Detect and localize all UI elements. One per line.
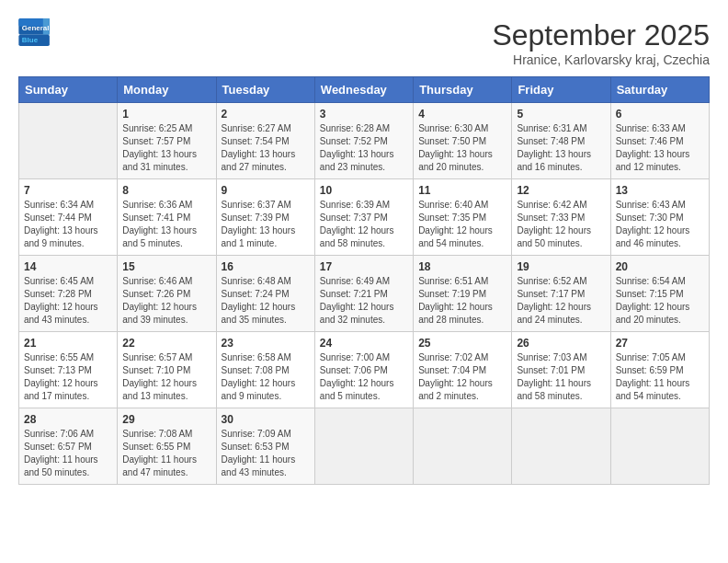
logo: General Blue xyxy=(18,18,51,46)
cell-content: Sunrise: 6:30 AM Sunset: 7:50 PM Dayligh… xyxy=(418,122,506,174)
cell-content: Sunrise: 7:06 AM Sunset: 6:57 PM Dayligh… xyxy=(24,428,112,479)
day-number: 2 xyxy=(222,108,310,121)
cell-content: Sunrise: 6:36 AM Sunset: 7:41 PM Dayligh… xyxy=(122,199,210,250)
day-number: 10 xyxy=(320,184,408,197)
cell-content: Sunrise: 6:27 AM Sunset: 7:54 PM Dayligh… xyxy=(222,122,310,174)
day-number: 11 xyxy=(418,184,506,197)
calendar-cell: 24Sunrise: 7:00 AM Sunset: 7:06 PM Dayli… xyxy=(314,332,413,408)
cell-content: Sunrise: 6:57 AM Sunset: 7:10 PM Dayligh… xyxy=(122,351,210,403)
calendar-cell: 6Sunrise: 6:33 AM Sunset: 7:46 PM Daylig… xyxy=(610,103,709,179)
location: Hranice, Karlovarsky kraj, Czechia xyxy=(492,52,710,67)
calendar-cell: 3Sunrise: 6:28 AM Sunset: 7:52 PM Daylig… xyxy=(314,103,413,179)
day-number: 14 xyxy=(24,260,112,273)
calendar-cell: 11Sunrise: 6:40 AM Sunset: 7:35 PM Dayli… xyxy=(414,179,512,256)
day-number: 4 xyxy=(418,108,506,121)
weekday-header: Monday xyxy=(118,77,216,103)
day-number: 21 xyxy=(24,337,112,350)
day-number: 23 xyxy=(222,337,310,350)
cell-content: Sunrise: 6:45 AM Sunset: 7:28 PM Dayligh… xyxy=(24,275,112,327)
cell-content: Sunrise: 7:00 AM Sunset: 7:06 PM Dayligh… xyxy=(320,351,408,403)
calendar-cell xyxy=(414,408,512,485)
day-number: 16 xyxy=(222,260,310,273)
weekday-header: Tuesday xyxy=(216,77,314,103)
calendar-cell: 18Sunrise: 6:51 AM Sunset: 7:19 PM Dayli… xyxy=(414,256,512,332)
title-block: September 2025 Hranice, Karlovarsky kraj… xyxy=(492,18,710,67)
calendar-cell: 5Sunrise: 6:31 AM Sunset: 7:48 PM Daylig… xyxy=(512,103,610,179)
calendar-week-row: 1Sunrise: 6:25 AM Sunset: 7:57 PM Daylig… xyxy=(19,103,710,179)
calendar-cell: 27Sunrise: 7:05 AM Sunset: 6:59 PM Dayli… xyxy=(610,332,709,408)
day-number: 12 xyxy=(517,184,605,197)
cell-content: Sunrise: 6:34 AM Sunset: 7:44 PM Dayligh… xyxy=(24,199,112,250)
day-number: 26 xyxy=(517,337,605,350)
day-number: 1 xyxy=(122,108,210,121)
cell-content: Sunrise: 7:05 AM Sunset: 6:59 PM Dayligh… xyxy=(616,351,704,403)
day-number: 27 xyxy=(616,337,704,350)
day-number: 9 xyxy=(222,184,310,197)
day-number: 20 xyxy=(616,260,704,273)
day-number: 22 xyxy=(122,337,210,350)
calendar-cell: 12Sunrise: 6:42 AM Sunset: 7:33 PM Dayli… xyxy=(512,179,610,256)
calendar-cell: 29Sunrise: 7:08 AM Sunset: 6:55 PM Dayli… xyxy=(118,408,216,485)
svg-text:Blue: Blue xyxy=(22,36,39,44)
logo-icon: General Blue xyxy=(18,18,51,46)
day-number: 3 xyxy=(320,108,408,121)
calendar-cell: 22Sunrise: 6:57 AM Sunset: 7:10 PM Dayli… xyxy=(118,332,216,408)
calendar-cell xyxy=(19,103,118,179)
cell-content: Sunrise: 6:46 AM Sunset: 7:26 PM Dayligh… xyxy=(122,275,210,327)
weekday-header: Saturday xyxy=(610,77,709,103)
day-number: 25 xyxy=(418,337,506,350)
calendar-cell xyxy=(314,408,413,485)
day-number: 18 xyxy=(418,260,506,273)
weekday-header: Sunday xyxy=(19,77,118,103)
cell-content: Sunrise: 6:42 AM Sunset: 7:33 PM Dayligh… xyxy=(517,199,605,250)
calendar-cell: 19Sunrise: 6:52 AM Sunset: 7:17 PM Dayli… xyxy=(512,256,610,332)
cell-content: Sunrise: 7:08 AM Sunset: 6:55 PM Dayligh… xyxy=(122,428,210,479)
calendar-cell: 13Sunrise: 6:43 AM Sunset: 7:30 PM Dayli… xyxy=(610,179,709,256)
calendar-cell: 26Sunrise: 7:03 AM Sunset: 7:01 PM Dayli… xyxy=(512,332,610,408)
calendar-cell: 21Sunrise: 6:55 AM Sunset: 7:13 PM Dayli… xyxy=(19,332,118,408)
calendar-week-row: 28Sunrise: 7:06 AM Sunset: 6:57 PM Dayli… xyxy=(19,408,710,485)
page-header: General Blue September 2025 Hranice, Kar… xyxy=(18,18,710,67)
cell-content: Sunrise: 6:58 AM Sunset: 7:08 PM Dayligh… xyxy=(222,351,310,403)
calendar-cell: 30Sunrise: 7:09 AM Sunset: 6:53 PM Dayli… xyxy=(216,408,314,485)
calendar-cell: 9Sunrise: 6:37 AM Sunset: 7:39 PM Daylig… xyxy=(216,179,314,256)
cell-content: Sunrise: 6:31 AM Sunset: 7:48 PM Dayligh… xyxy=(517,122,605,174)
day-number: 15 xyxy=(122,260,210,273)
cell-content: Sunrise: 6:51 AM Sunset: 7:19 PM Dayligh… xyxy=(418,275,506,327)
calendar-week-row: 14Sunrise: 6:45 AM Sunset: 7:28 PM Dayli… xyxy=(19,256,710,332)
calendar-cell: 10Sunrise: 6:39 AM Sunset: 7:37 PM Dayli… xyxy=(314,179,413,256)
cell-content: Sunrise: 7:09 AM Sunset: 6:53 PM Dayligh… xyxy=(222,428,310,479)
calendar-cell: 23Sunrise: 6:58 AM Sunset: 7:08 PM Dayli… xyxy=(216,332,314,408)
day-number: 7 xyxy=(24,184,112,197)
weekday-header: Wednesday xyxy=(314,77,413,103)
calendar-cell: 7Sunrise: 6:34 AM Sunset: 7:44 PM Daylig… xyxy=(19,179,118,256)
calendar-cell xyxy=(512,408,610,485)
day-number: 28 xyxy=(24,413,112,426)
day-number: 29 xyxy=(122,413,210,426)
cell-content: Sunrise: 7:03 AM Sunset: 7:01 PM Dayligh… xyxy=(517,351,605,403)
calendar-table: SundayMondayTuesdayWednesdayThursdayFrid… xyxy=(18,76,710,485)
calendar-cell xyxy=(610,408,709,485)
calendar-cell: 15Sunrise: 6:46 AM Sunset: 7:26 PM Dayli… xyxy=(118,256,216,332)
day-number: 5 xyxy=(517,108,605,121)
day-number: 17 xyxy=(320,260,408,273)
cell-content: Sunrise: 6:39 AM Sunset: 7:37 PM Dayligh… xyxy=(320,199,408,250)
calendar-cell: 14Sunrise: 6:45 AM Sunset: 7:28 PM Dayli… xyxy=(19,256,118,332)
day-number: 6 xyxy=(616,108,704,121)
cell-content: Sunrise: 6:28 AM Sunset: 7:52 PM Dayligh… xyxy=(320,122,408,174)
day-number: 8 xyxy=(122,184,210,197)
cell-content: Sunrise: 6:33 AM Sunset: 7:46 PM Dayligh… xyxy=(616,122,704,174)
calendar-cell: 8Sunrise: 6:36 AM Sunset: 7:41 PM Daylig… xyxy=(118,179,216,256)
cell-content: Sunrise: 6:48 AM Sunset: 7:24 PM Dayligh… xyxy=(222,275,310,327)
day-number: 24 xyxy=(320,337,408,350)
cell-content: Sunrise: 6:54 AM Sunset: 7:15 PM Dayligh… xyxy=(616,275,704,327)
calendar-cell: 25Sunrise: 7:02 AM Sunset: 7:04 PM Dayli… xyxy=(414,332,512,408)
day-number: 30 xyxy=(222,413,310,426)
calendar-cell: 4Sunrise: 6:30 AM Sunset: 7:50 PM Daylig… xyxy=(414,103,512,179)
svg-text:General: General xyxy=(22,24,50,32)
cell-content: Sunrise: 7:02 AM Sunset: 7:04 PM Dayligh… xyxy=(418,351,506,403)
weekday-header: Friday xyxy=(512,77,610,103)
calendar-cell: 28Sunrise: 7:06 AM Sunset: 6:57 PM Dayli… xyxy=(19,408,118,485)
day-number: 19 xyxy=(517,260,605,273)
cell-content: Sunrise: 6:55 AM Sunset: 7:13 PM Dayligh… xyxy=(24,351,112,403)
